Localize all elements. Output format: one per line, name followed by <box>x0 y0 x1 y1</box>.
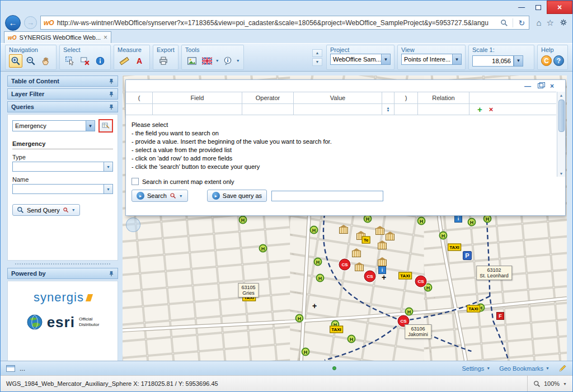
screenshot-image-button[interactable] <box>185 54 199 68</box>
add-text-button[interactable]: A <box>133 54 146 68</box>
zoom-in-button[interactable] <box>9 54 22 68</box>
home-icon[interactable]: ⌂ <box>536 18 541 27</box>
chevron-up-icon[interactable]: ▲ <box>312 49 322 57</box>
chevron-down-icon[interactable]: ▼ <box>215 59 219 63</box>
help-button[interactable]: ? <box>553 55 564 66</box>
tab-close-icon[interactable]: × <box>104 34 107 41</box>
map-marker-flag[interactable]: F <box>496 312 504 320</box>
url-text[interactable]: http://w-ws-wintner/WebOffice/synserver?… <box>57 19 496 27</box>
map-marker-building[interactable] <box>378 243 387 249</box>
dialog-scrollbar[interactable]: ▲ ▼ <box>557 92 565 177</box>
browser-tab[interactable]: wO SYNERGIS WebOffice Web... × <box>4 31 111 43</box>
scroll-down-icon[interactable]: ▼ <box>560 170 563 177</box>
back-button[interactable]: ← <box>5 15 21 31</box>
query-select[interactable]: Emergency ▼ <box>12 120 95 131</box>
dialog-minimize-icon[interactable]: — <box>524 83 531 89</box>
chevron-down-icon[interactable]: ▼ <box>72 208 76 212</box>
scale-input[interactable] <box>472 55 514 67</box>
map-marker-hydrant[interactable]: H <box>316 274 325 282</box>
cell-close-paren[interactable] <box>394 104 418 115</box>
scroll-up-icon[interactable]: ▲ <box>560 92 563 98</box>
map-marker-building[interactable] <box>386 234 394 240</box>
map-marker-cs[interactable]: CS <box>364 271 376 282</box>
window-close-button[interactable]: × <box>547 1 572 14</box>
map-marker-hydrant[interactable]: H <box>405 308 414 316</box>
search-icon[interactable] <box>499 19 510 27</box>
query-options-icon[interactable] <box>170 192 176 199</box>
chevron-down-icon[interactable]: ▼ <box>104 162 113 172</box>
chevron-down-icon[interactable]: ▼ <box>236 59 240 63</box>
send-query-button[interactable]: Send Query ▼ <box>12 204 80 216</box>
window-maximize-button[interactable] <box>530 1 547 14</box>
address-bar[interactable]: wO http://w-ws-wintner/WebOffice/synserv… <box>40 16 529 30</box>
map-marker-taxi[interactable]: TAXI <box>330 326 343 333</box>
geo-bookmarks-link[interactable]: Geo Bookmarks ▼ <box>499 365 549 372</box>
scrollbar-thumb[interactable] <box>558 100 565 132</box>
chevron-down-icon[interactable]: ▼ <box>312 58 322 66</box>
dialog-close-icon[interactable]: × <box>550 83 554 89</box>
map-marker-hydrant[interactable]: H <box>314 258 322 266</box>
map-marker-hydrant[interactable]: H <box>295 314 304 323</box>
chevron-down-icon[interactable]: ▼ <box>104 184 113 194</box>
info-balloon-button[interactable] <box>221 54 234 68</box>
pin-icon[interactable] <box>109 104 114 110</box>
settings-gear-icon[interactable] <box>559 18 568 28</box>
pin-icon[interactable] <box>109 91 114 97</box>
select-features-button[interactable] <box>63 54 77 68</box>
map-marker-info[interactable]: i <box>454 215 462 223</box>
refresh-icon[interactable]: ↻ <box>516 18 527 27</box>
panel-resize-handle[interactable] <box>15 263 110 265</box>
panel-header-table-of-content[interactable]: Table of Content <box>7 75 118 87</box>
chevron-down-icon[interactable]: ▼ <box>563 382 567 386</box>
remove-row-icon[interactable]: × <box>489 105 494 114</box>
pan-hand-button[interactable] <box>39 54 53 68</box>
cell-open-paren[interactable] <box>126 104 153 115</box>
print-button[interactable] <box>157 54 170 68</box>
pin-icon[interactable] <box>109 271 114 277</box>
panel-header-powered-by[interactable]: Powered by <box>7 268 118 279</box>
chevron-down-icon[interactable]: ▼ <box>179 194 183 198</box>
cell-value[interactable] <box>294 104 382 115</box>
map-marker-hydrant[interactable]: H <box>468 218 476 226</box>
map-marker-taxi[interactable]: TAXI <box>398 272 412 280</box>
map-marker-poi[interactable]: Te <box>362 237 370 244</box>
more-button[interactable]: ... <box>20 365 25 372</box>
dialog-restore-icon[interactable] <box>538 83 543 88</box>
project-select[interactable]: WebOffice Sam... ▼ <box>330 54 391 65</box>
zoom-out-button[interactable] <box>24 54 37 68</box>
extent-checkbox[interactable] <box>131 178 139 185</box>
map-marker-building[interactable] <box>352 251 361 257</box>
search-button[interactable]: ▸ Search ▼ <box>131 190 188 202</box>
save-query-button[interactable]: ▸ Save query as <box>207 190 267 202</box>
map-marker-building[interactable] <box>355 265 364 271</box>
type-input[interactable] <box>12 162 104 172</box>
measure-ruler-button[interactable] <box>118 54 131 68</box>
window-minimize-button[interactable]: — <box>513 1 530 14</box>
cell-operator[interactable] <box>242 104 294 115</box>
add-row-icon[interactable]: + <box>477 105 482 114</box>
map-marker-hydrant[interactable]: H <box>302 348 310 356</box>
edit-pencil-icon[interactable] <box>558 364 567 372</box>
favorites-star-icon[interactable]: ☆ <box>547 18 554 27</box>
map-marker-building[interactable] <box>339 227 348 234</box>
scale-dropdown[interactable]: ▼ <box>514 55 523 67</box>
map-marker-taxi[interactable]: TAXI <box>467 305 480 313</box>
map-marker-taxi[interactable]: TAXI <box>448 244 461 251</box>
clear-selection-button[interactable] <box>78 54 92 68</box>
map-marker-cross[interactable]: + <box>382 273 386 282</box>
map-area[interactable]: HHHHHHHHHHHHHHHHHCSCSCSCSTAXITAXITAXITAX… <box>123 75 567 361</box>
pin-icon[interactable] <box>109 78 114 84</box>
identify-info-button[interactable] <box>93 54 107 68</box>
panel-header-queries[interactable]: Queries <box>7 101 118 112</box>
settings-link[interactable]: Settings ▼ <box>462 365 491 372</box>
map-marker-hydrant[interactable]: H <box>239 216 247 224</box>
panel-header-layer-filter[interactable]: Layer Filter <box>7 88 118 100</box>
map-marker-hydrant[interactable]: H <box>347 335 356 343</box>
language-flag-button[interactable] <box>200 54 214 68</box>
map-marker-cs[interactable]: CS <box>339 259 351 271</box>
map-marker-hydrant[interactable]: H <box>439 232 448 240</box>
edit-queries-button[interactable] <box>98 119 113 133</box>
sort-icon[interactable]: ▲▼ <box>387 107 390 112</box>
map-marker-parking[interactable]: P <box>463 251 472 260</box>
save-query-input[interactable] <box>271 191 383 201</box>
